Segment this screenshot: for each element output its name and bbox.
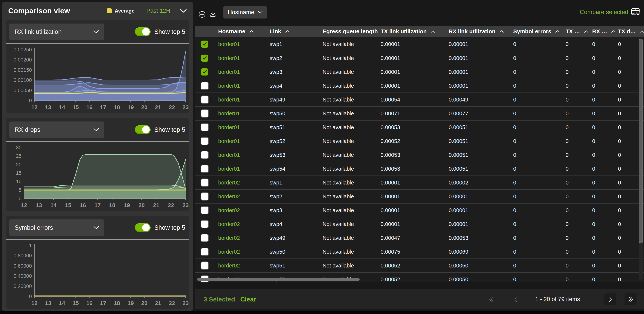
collapse-panel-button[interactable] — [198, 11, 206, 18]
row-checkbox[interactable] — [201, 221, 208, 228]
table-row: border02 swp49 Not available 0.00047 0.0… — [195, 231, 644, 245]
hostname-link[interactable]: border01 — [214, 41, 266, 47]
hostname-link[interactable]: border02 — [214, 221, 266, 227]
row-checkbox[interactable] — [201, 110, 208, 117]
column-header[interactable]: RX link utilization — [444, 28, 509, 34]
sort-caret-up-icon[interactable] — [584, 30, 588, 33]
column-header[interactable]: TX d… — [614, 28, 644, 34]
svg-text:0: 0 — [29, 98, 32, 103]
previous-page-button[interactable] — [513, 296, 519, 303]
cell-tx-link-utilization: 0.00047 — [376, 235, 444, 241]
show-top-toggle[interactable] — [135, 125, 150, 134]
cell-rx-more: 0 — [588, 83, 614, 89]
column-header[interactable]: Symbol errors — [509, 28, 562, 34]
svg-text:10: 10 — [16, 179, 22, 184]
cell-rx-more: 0 — [588, 138, 614, 144]
hostname-link[interactable]: border01 — [214, 138, 266, 144]
row-checkbox[interactable] — [201, 193, 208, 200]
row-checkbox[interactable] — [201, 234, 208, 242]
show-top-toggle[interactable] — [135, 27, 150, 36]
hostname-link[interactable]: border02 — [214, 207, 266, 213]
cell-tx-more: 0 — [562, 249, 588, 255]
column-header[interactable]: TX … — [562, 28, 588, 34]
horizontal-scrollbar[interactable] — [197, 278, 360, 281]
row-checkbox[interactable] — [201, 207, 208, 214]
cell-rx-link-utilization: 0.00001 — [444, 69, 509, 75]
hostname-link[interactable]: border01 — [214, 152, 266, 158]
svg-text:23: 23 — [182, 104, 188, 110]
cell-symbol-errors: 0 — [509, 83, 562, 89]
hostname-link[interactable]: border01 — [214, 69, 266, 75]
chevron-down-icon[interactable] — [180, 9, 187, 13]
row-checkbox[interactable] — [201, 248, 208, 255]
column-header[interactable]: Link — [266, 28, 318, 34]
average-legend-label: Average — [115, 8, 134, 14]
row-checkbox[interactable] — [201, 165, 208, 172]
row-checkbox[interactable] — [201, 151, 208, 158]
column-header[interactable]: RX … — [588, 28, 614, 34]
chevron-down-icon — [94, 226, 99, 229]
hostname-link[interactable]: border01 — [214, 110, 266, 117]
hostname-link[interactable]: border01 — [214, 166, 266, 172]
cell-symbol-errors: 0 — [509, 207, 562, 213]
row-checkbox[interactable] — [201, 40, 208, 48]
hostname-link[interactable]: border02 — [214, 249, 266, 255]
hostname-link[interactable]: border02 — [214, 235, 266, 241]
hostname-link[interactable]: border01 — [214, 97, 266, 103]
clear-selection-button[interactable]: Clear — [240, 296, 256, 303]
row-checkbox[interactable] — [201, 179, 208, 186]
cell-tx-link-utilization: 0.00052 — [376, 277, 444, 283]
hostname-link[interactable]: border02 — [214, 263, 266, 269]
sort-caret-up-icon[interactable] — [250, 30, 254, 33]
hostname-link[interactable]: border01 — [214, 124, 266, 130]
export-button[interactable] — [209, 11, 216, 18]
hostname-link[interactable]: border02 — [214, 193, 266, 200]
metric-select[interactable]: RX drops — [9, 121, 104, 138]
hostname-link[interactable]: border01 — [214, 83, 266, 89]
column-header[interactable]: Egress queue length — [318, 28, 376, 34]
row-checkbox[interactable] — [201, 124, 208, 131]
column-header[interactable]: TX link utilization — [376, 28, 444, 34]
group-by-dropdown[interactable]: Hostname — [223, 6, 267, 18]
last-page-button[interactable] — [624, 293, 636, 305]
hostname-link[interactable]: border02 — [214, 180, 266, 186]
row-checkbox[interactable] — [201, 82, 208, 89]
column-header[interactable]: Hostname — [214, 28, 266, 34]
row-checkbox[interactable] — [201, 68, 208, 75]
column-header-label: Symbol errors — [513, 28, 551, 34]
chart-controls: Symbol errors Show top 5 — [6, 216, 189, 239]
table-row: border01 swp50 Not available 0.00071 0.0… — [195, 106, 644, 120]
first-page-button[interactable] — [488, 296, 495, 303]
svg-text:12: 12 — [31, 300, 38, 306]
row-checkbox[interactable] — [201, 96, 208, 103]
sort-caret-up-icon[interactable] — [640, 30, 644, 33]
sort-caret-up-icon[interactable] — [555, 30, 560, 33]
hostname-link[interactable]: border01 — [214, 55, 266, 61]
column-header-label: RX … — [592, 28, 607, 34]
time-range-selector[interactable]: Past 12H — [146, 7, 170, 14]
svg-text:0: 0 — [29, 294, 32, 299]
sort-caret-up-icon[interactable] — [431, 30, 435, 33]
next-page-button[interactable] — [604, 293, 616, 305]
cell-tx-link-utilization: 0.00052 — [376, 138, 444, 144]
show-top-toggle[interactable] — [135, 223, 150, 232]
cell-egress-queue-length: Not available — [318, 235, 376, 241]
row-checkbox[interactable] — [201, 54, 208, 62]
vertical-scrollbar[interactable] — [639, 39, 643, 243]
show-top-label: Show top 5 — [154, 224, 185, 231]
comparison-view-panel: Comparison view Average Past 12H RX link… — [2, 2, 193, 311]
svg-text:0.00200: 0.00200 — [14, 57, 32, 63]
compare-selected-button[interactable]: Compare selected — [580, 7, 641, 16]
cell-rx-more: 0 — [588, 97, 614, 103]
cell-tx-more: 0 — [562, 263, 588, 269]
row-checkbox[interactable] — [201, 262, 208, 269]
sort-caret-up-icon[interactable] — [285, 30, 290, 33]
metric-select[interactable]: Symbol errors — [9, 219, 104, 236]
sort-caret-up-icon[interactable] — [500, 30, 504, 33]
cell-rx-more: 0 — [588, 235, 614, 241]
cell-rx-link-utilization: 0.00001 — [444, 41, 509, 47]
row-checkbox[interactable] — [201, 138, 208, 145]
table-row: border01 swp4 Not available 0.00001 0.00… — [195, 79, 644, 92]
cell-rx-link-utilization: 0.00049 — [444, 97, 509, 103]
metric-select[interactable]: RX link utilization — [9, 23, 104, 40]
